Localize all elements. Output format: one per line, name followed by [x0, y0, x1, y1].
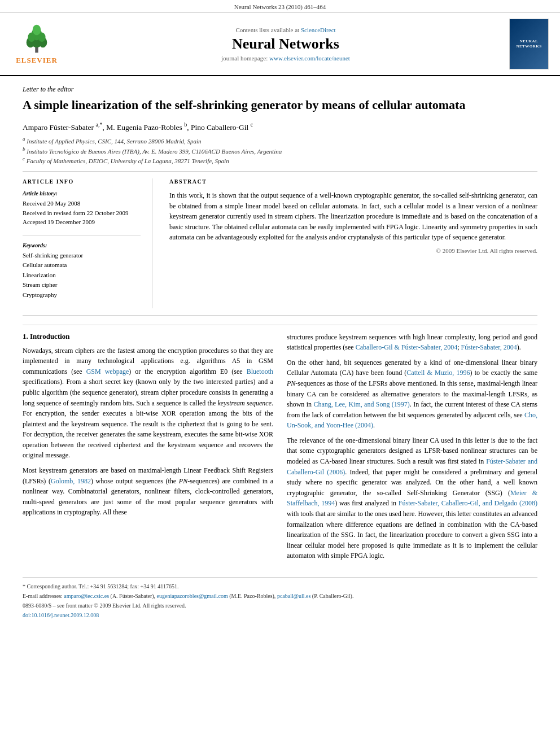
- author-caballero-sup: c: [251, 121, 253, 128]
- author-caballero: Pino Caballero-Gil: [191, 123, 248, 131]
- caballero2004-link[interactable]: Caballero-Gil & Fúster-Sabater, 2004: [356, 343, 458, 351]
- abstract-text: In this work, it is shown that the outpu…: [169, 190, 537, 243]
- chang1997-link[interactable]: Chang, Lee, Kim, and Song (1997): [313, 400, 409, 408]
- main-left-column: 1. Introduction Nowadays, stream ciphers…: [23, 332, 273, 566]
- article-history-section: Article history: Received 20 May 2008 Re…: [23, 190, 141, 227]
- journal-homepage-link[interactable]: www.elsevier.com/locate/neunet: [269, 55, 350, 62]
- fuster2004-link[interactable]: Fúster-Sabater, 2004: [461, 343, 517, 351]
- intro-para-2: Most keystream generators are based on m…: [23, 465, 273, 518]
- journal-citation: Neural Networks 23 (2010) 461–464: [0, 0, 560, 13]
- email-pazo[interactable]: eugeniapazorobles@gmail.com: [157, 593, 228, 599]
- article-info-column: ARTICLE INFO Article history: Received 2…: [23, 178, 152, 308]
- keyword-5: Cryptography: [23, 290, 141, 300]
- author-fuster: Amparo Fúster-Sabater: [23, 123, 94, 131]
- article-info-heading: ARTICLE INFO: [23, 178, 141, 185]
- right-para-1: structures produce keystream sequences w…: [287, 332, 537, 353]
- svg-point-7: [33, 24, 41, 34]
- history-revised: Received in revised form 22 October 2009: [23, 208, 141, 218]
- keyword-2: Cellular automata: [23, 260, 141, 270]
- history-accepted: Accepted 19 December 2009: [23, 217, 141, 227]
- keywords-label: Keywords:: [23, 242, 141, 248]
- affiliation-a: a Institute of Applied Physics, CSIC, 14…: [23, 136, 537, 145]
- author-pazo: M. Eugenia Pazo-Robles: [106, 123, 182, 131]
- golomb-link[interactable]: Golomb, 1982: [51, 477, 91, 485]
- history-label: Article history:: [23, 190, 141, 196]
- author-pazo-sup: b: [184, 121, 187, 128]
- bluetooth-link[interactable]: Bluetooth: [247, 368, 273, 375]
- elsevier-brand-text: ELSEVIER: [16, 56, 58, 65]
- journal-center-info: Contents lists available at ScienceDirec…: [73, 27, 498, 62]
- cattell1996-link[interactable]: Cattell & Muzio, 1996: [406, 369, 470, 377]
- keyword-1: Self-shrinking generator: [23, 251, 141, 261]
- thumb-journal-title: NEURAL NETWORKS: [510, 39, 548, 49]
- journal-thumbnail: NEURAL NETWORKS: [509, 19, 549, 69]
- footnote-1: * Corresponding author. Tel.: +34 91 563…: [23, 582, 537, 591]
- authors-line: Amparo Fúster-Sabater a,*, M. Eugenia Pa…: [23, 121, 537, 132]
- main-content-section: 1. Introduction Nowadays, stream ciphers…: [23, 325, 537, 566]
- journal-title: Neural Networks: [73, 36, 498, 53]
- footnotes-section: * Corresponding author. Tel.: +34 91 563…: [23, 577, 537, 619]
- history-received: Received 20 May 2008: [23, 199, 141, 208]
- sciencedirect-link[interactable]: ScienceDirect: [301, 27, 336, 33]
- gsm-link[interactable]: GSM webpage: [86, 368, 129, 375]
- letter-label: Letter to the editor: [23, 85, 537, 94]
- keywords-section: Keywords: Self-shrinking generator Cellu…: [23, 242, 141, 300]
- abstract-heading: ABSTRACT: [169, 178, 537, 185]
- divider-abstract-body: [23, 315, 537, 316]
- intro-para-1: Nowadays, stream ciphers are the fastest…: [23, 346, 273, 461]
- footnote-doi: doi:10.1016/j.neunet.2009.12.008: [23, 611, 537, 619]
- abstract-column: ABSTRACT In this work, it is shown that …: [169, 178, 537, 308]
- journal-homepage-line: journal homepage: www.elsevier.com/locat…: [73, 55, 498, 62]
- footnote-issn: 0893-6080/$ – see front matter © 2009 El…: [23, 601, 537, 610]
- copyright-line: © 2009 Elsevier Ltd. All rights reserved…: [169, 247, 537, 254]
- section1-title: 1. Introduction: [23, 332, 273, 341]
- keyword-4: Stream cipher: [23, 280, 141, 290]
- footnote-emails: E-mail addresses: amparo@iec.csic.es (A.…: [23, 592, 537, 600]
- keyword-3: Linearization: [23, 270, 141, 281]
- author-fuster-sup: a,*: [95, 121, 102, 128]
- article-info-abstract-section: ARTICLE INFO Article history: Received 2…: [23, 178, 537, 308]
- main-right-column: structures produce keystream sequences w…: [287, 332, 537, 566]
- email-fuster[interactable]: amparo@iec.csic.es: [64, 593, 109, 599]
- email-caballero[interactable]: pcaball@ull.es: [277, 593, 310, 599]
- journal-header: ELSEVIER Contents lists available at Sci…: [0, 13, 560, 76]
- cho2004-link[interactable]: Cho, Un-Sook, and Yoon-Hee (2004): [287, 411, 537, 430]
- right-para-3: The relevance of the one-dimensional bin…: [287, 435, 537, 561]
- right-para-2: On the other hand, bit sequences generat…: [287, 357, 537, 431]
- fuster2008-link[interactable]: Fúster-Sabater, Caballero-Gil, and Delga…: [399, 499, 537, 507]
- article-title: A simple linearization of the self-shrin…: [23, 97, 537, 113]
- affiliation-b: b Instituto Tecnológico de Buenos Aires …: [23, 146, 537, 155]
- fuster2006-link[interactable]: Fúster-Sabater and Caballero-Gil (2006): [287, 457, 537, 476]
- divider-history-keywords: [23, 235, 141, 235]
- article-body: Letter to the editor A simple linearizat…: [0, 85, 560, 619]
- doi-link[interactable]: doi:10.1016/j.neunet.2009.12.008: [23, 612, 99, 618]
- affiliation-c: c Faculty of Mathematics, DEIOC, Univers…: [23, 156, 537, 164]
- sciencedirect-link-line: Contents lists available at ScienceDirec…: [73, 27, 498, 33]
- elsevier-logo: ELSEVIER: [11, 24, 62, 65]
- divider-affiliations: [23, 171, 537, 172]
